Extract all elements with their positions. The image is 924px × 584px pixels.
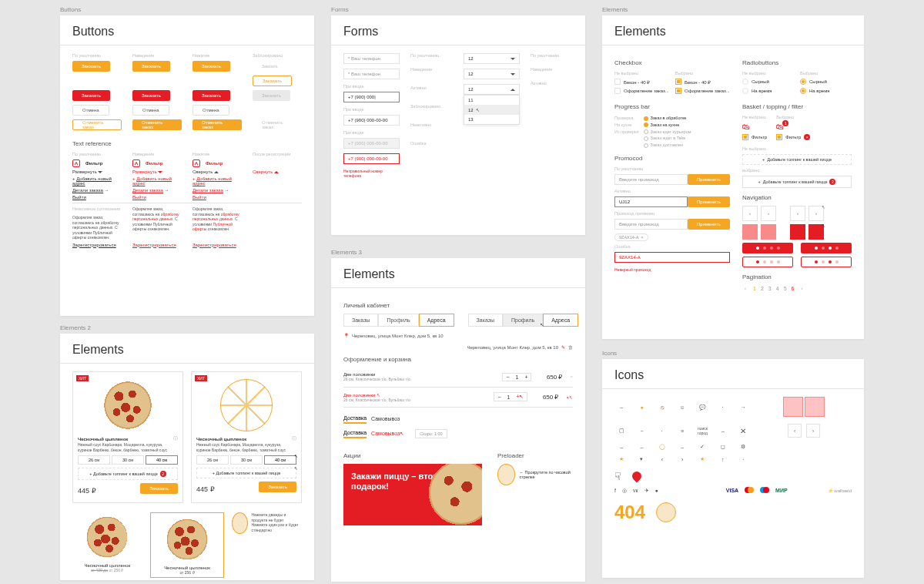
- qty-stepper[interactable]: −1+: [502, 373, 531, 381]
- select-option[interactable]: 11: [464, 96, 519, 105]
- cancel-button[interactable]: Отмена: [72, 105, 109, 116]
- order-button-outline[interactable]: Заказать: [253, 76, 292, 86]
- tab-profile-hover[interactable]: Профиль↖: [503, 314, 543, 327]
- collapse-link-h[interactable]: Свернуть: [253, 169, 273, 174]
- promo-chip[interactable]: 9ZAX14-A×: [614, 233, 648, 241]
- filter-link-active[interactable]: Фильтр: [206, 161, 223, 166]
- nav-prev[interactable]: ‹: [742, 206, 758, 221]
- add-topping-card-h[interactable]: + Добавьте топпинг к вашей пицце↖: [196, 468, 296, 478]
- register-h[interactable]: Зарегистрироваться: [132, 243, 176, 247]
- delete-icon[interactable]: 🗑: [568, 345, 573, 350]
- nav-thumb[interactable]: [742, 224, 758, 240]
- order-red-button[interactable]: Заказать: [72, 90, 110, 101]
- logout-link[interactable]: Выйти: [72, 195, 86, 200]
- telegram-icon[interactable]: ✈: [644, 488, 649, 494]
- qty-plus[interactable]: +: [521, 374, 531, 381]
- add-address-link[interactable]: Добавить новый адрес: [72, 176, 112, 186]
- tab-addresses[interactable]: Адреса: [419, 314, 454, 327]
- pagination[interactable]: ‹ 1 2 3 4 5 6 ›: [742, 285, 852, 291]
- cancel-order-button-hover[interactable]: Отменить заказ: [132, 119, 182, 130]
- dots-nav-hover[interactable]: [801, 243, 852, 253]
- time-chip[interactable]: Скоро: 1:00: [415, 429, 447, 438]
- size-30[interactable]: 30 см: [112, 455, 144, 465]
- checkbox-on2[interactable]: Оформление заказ...: [675, 88, 730, 94]
- page-prev-icon[interactable]: ‹: [742, 285, 748, 291]
- nav-thumb-on[interactable]: [790, 224, 805, 240]
- collapse-link[interactable]: Свернуть: [192, 169, 213, 174]
- order-details-a[interactable]: Детали заказа: [192, 188, 223, 193]
- promo-banner[interactable]: Закажи пиццу – вторая в подарок!: [343, 464, 482, 525]
- select-open[interactable]: 12: [464, 84, 520, 95]
- logout-h[interactable]: Выйти: [132, 195, 146, 200]
- tab-profile[interactable]: Профиль: [378, 314, 418, 327]
- promo-input-err[interactable]: 9ZAX14-A: [614, 252, 730, 263]
- radio-on2[interactable]: На время: [800, 88, 852, 94]
- order-red-button-active[interactable]: Заказать: [192, 90, 230, 101]
- qty-stepper2[interactable]: −1+↖: [494, 392, 527, 401]
- order-card-button[interactable]: Заказать: [140, 483, 178, 494]
- nav-thumb-on-hover[interactable]: ↖: [808, 224, 824, 240]
- register-a[interactable]: Зарегистрироваться: [192, 243, 236, 247]
- select-default[interactable]: 12: [464, 53, 520, 64]
- cancel-button-active[interactable]: Отмена: [192, 105, 229, 116]
- add-topping-btn[interactable]: + Добавьте топпинг к вашей пицце: [742, 154, 852, 165]
- expand-link[interactable]: Развернуть: [72, 169, 97, 174]
- promo-apply2[interactable]: Применить: [688, 196, 730, 207]
- order-button-hover[interactable]: Заказать: [132, 61, 170, 72]
- nav-thumb2[interactable]: [761, 224, 776, 240]
- checkbox-on[interactable]: Бекон - 40 ₽: [675, 79, 730, 85]
- edit-icon[interactable]: ✎: [561, 344, 565, 350]
- filter-link-hover[interactable]: Фильтр: [146, 161, 162, 166]
- add-address-a[interactable]: Добавить новый адрес: [192, 176, 232, 186]
- dots-nav-outline-h[interactable]: [801, 257, 852, 267]
- phone-input-default[interactable]: * Ваш телефон: [343, 53, 400, 64]
- filter-chip2[interactable]: Фильтр: [785, 135, 801, 139]
- delivery-tab[interactable]: Доставка: [343, 414, 367, 424]
- filter-link[interactable]: Фильтр: [85, 161, 102, 166]
- page-next-icon[interactable]: ›: [798, 285, 805, 291]
- dots-nav-outline[interactable]: [742, 257, 793, 267]
- add-topping-card[interactable]: + Добавьте топпинг к вашей пицце 2: [78, 468, 178, 480]
- ok-icon[interactable]: ●: [655, 488, 658, 493]
- qty-minus[interactable]: −: [503, 374, 512, 381]
- order-red-button-hover[interactable]: Заказать: [132, 90, 170, 101]
- nav-prev2[interactable]: ‹: [790, 206, 805, 221]
- nav-arrow-right-icon[interactable]: ›: [806, 424, 820, 438]
- order-card-button2[interactable]: Заказать: [259, 482, 296, 492]
- order-button[interactable]: Заказать: [72, 61, 110, 72]
- pickup-hover[interactable]: Самовывоз↖: [371, 429, 404, 438]
- pickup-tab[interactable]: Самовывоз: [371, 415, 400, 423]
- cancel-order-button[interactable]: Отменить заказ: [72, 119, 122, 130]
- remove-row-icon-h[interactable]: ×↖: [566, 394, 573, 400]
- size-26[interactable]: 26 см: [78, 455, 110, 465]
- select-dropdown[interactable]: 11 12 ↖ 13: [464, 95, 520, 125]
- checkbox-off[interactable]: Бекон - 40 ₽: [614, 79, 669, 85]
- dots-nav[interactable]: [742, 243, 793, 253]
- radio-on[interactable]: Сырный: [800, 79, 852, 85]
- radio-off[interactable]: Сырный: [742, 79, 794, 85]
- add-topping-selected[interactable]: + Добавьте топпинг к вашей пицце 2: [742, 176, 852, 188]
- nav-next-hover[interactable]: ›↖: [808, 206, 824, 221]
- mini-card[interactable]: Чесночный цыпленок от 430 до от 256 ₽: [72, 512, 142, 578]
- select-option-hover[interactable]: 12 ↖: [464, 105, 519, 115]
- select-option2[interactable]: 13: [464, 115, 519, 124]
- order-button-active[interactable]: Заказать: [192, 61, 230, 72]
- info-icon[interactable]: ⓘ: [173, 435, 178, 442]
- phone-input-blurred[interactable]: +7 (900) 000-00-00: [343, 115, 400, 126]
- info-icon2[interactable]: ⓘ: [292, 435, 296, 442]
- basket-item-hover[interactable]: Две половинки ↖: [343, 392, 486, 398]
- instagram-icon[interactable]: ◎: [622, 488, 627, 494]
- basket-icon[interactable]: 🛍: [742, 123, 767, 131]
- order-details-h[interactable]: Детали заказа: [132, 188, 163, 193]
- promo-apply3[interactable]: Применить: [688, 219, 730, 230]
- register-link[interactable]: Зарегистрироваться: [72, 243, 116, 247]
- promo-input-applied[interactable]: Введите промокод: [614, 219, 688, 230]
- filter-chip[interactable]: Фильтр: [752, 135, 767, 139]
- nav-arrow-left-icon[interactable]: ‹: [788, 424, 802, 438]
- cancel-button-hover[interactable]: Отмена: [132, 105, 169, 116]
- radio-off2[interactable]: На время: [742, 88, 794, 94]
- remove-row-icon[interactable]: ×: [570, 374, 573, 379]
- close-icon[interactable]: ×: [641, 235, 643, 240]
- promo-apply[interactable]: Применить: [688, 174, 730, 185]
- tab-orders[interactable]: Заказы: [343, 314, 378, 327]
